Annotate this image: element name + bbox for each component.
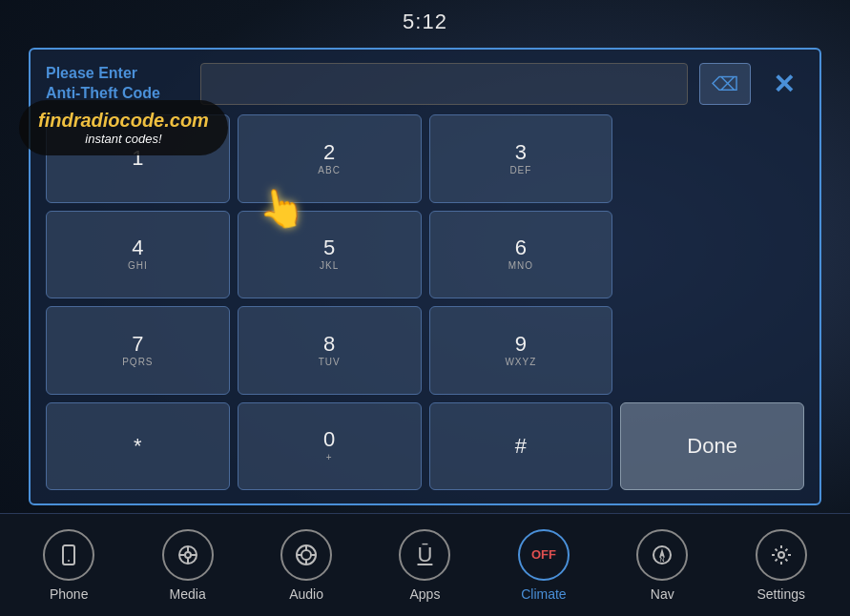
apps-icon: Ū: [399, 529, 450, 581]
key-3[interactable]: 3 DEF: [429, 114, 613, 203]
close-icon: ✕: [773, 69, 795, 100]
key-empty-1: [620, 114, 804, 203]
svg-point-17: [778, 552, 784, 558]
nav-settings-label: Settings: [757, 586, 805, 602]
svg-point-3: [185, 552, 191, 558]
nav-climate-label: Climate: [521, 586, 566, 602]
key-hash[interactable]: #: [429, 402, 613, 491]
climate-off-label: OFF: [531, 547, 556, 563]
phone-icon: [43, 529, 94, 581]
backspace-icon: ⌫: [712, 72, 738, 95]
done-button[interactable]: Done: [620, 402, 804, 491]
settings-icon: [756, 529, 807, 581]
watermark-overlay: findradiocode.com instant codes!: [19, 100, 228, 155]
nav-climate[interactable]: OFF Climate: [501, 529, 587, 602]
nav-phone[interactable]: Phone: [26, 529, 112, 602]
svg-point-1: [68, 560, 70, 562]
time-display: 5:12: [0, 0, 850, 40]
nav-nav-label: Nav: [651, 586, 674, 602]
svg-text:N: N: [660, 556, 665, 563]
keypad-grid: 1 2 ABC 3 DEF 4 GHI 5 JKL: [46, 114, 804, 490]
backspace-button[interactable]: ⌫: [699, 63, 751, 105]
input-row: Please Enter Anti-Theft Code ⌫ ✕: [46, 63, 804, 105]
nav-media[interactable]: Media: [145, 529, 231, 602]
climate-icon: OFF: [518, 529, 570, 581]
nav-audio[interactable]: Audio: [263, 529, 349, 602]
key-empty-2: [620, 211, 804, 299]
nav-nav[interactable]: N Nav: [619, 529, 705, 602]
hand-cursor-icon: 👆: [254, 182, 308, 235]
nav-media-label: Media: [170, 586, 206, 602]
watermark-url: findradiocode.com: [38, 110, 209, 132]
nav-apps[interactable]: Ū Apps: [382, 529, 467, 602]
key-0[interactable]: 0 +: [238, 402, 422, 491]
nav-bar: Phone Media: [0, 513, 850, 616]
svg-point-9: [301, 550, 311, 560]
key-empty-3: [620, 306, 804, 395]
audio-icon: [280, 529, 332, 581]
code-input[interactable]: [200, 63, 688, 105]
key-4[interactable]: 4 GHI: [46, 211, 230, 299]
watermark-tagline: instant codes!: [38, 132, 209, 146]
key-star[interactable]: *: [46, 402, 230, 491]
close-button[interactable]: ✕: [762, 63, 804, 105]
navigation-icon: N: [636, 529, 688, 581]
nav-apps-label: Apps: [410, 586, 441, 602]
nav-settings[interactable]: Settings: [738, 529, 824, 602]
nav-audio-label: Audio: [289, 586, 323, 602]
key-9[interactable]: 9 WXYZ: [429, 306, 613, 395]
nav-phone-label: Phone: [50, 586, 88, 602]
key-6[interactable]: 6 MNO: [429, 211, 613, 299]
media-icon: [162, 529, 214, 581]
key-8[interactable]: 8 TUV: [238, 306, 422, 395]
key-7[interactable]: 7 PQRS: [46, 306, 230, 395]
prompt-label: Please Enter Anti-Theft Code: [46, 64, 189, 104]
